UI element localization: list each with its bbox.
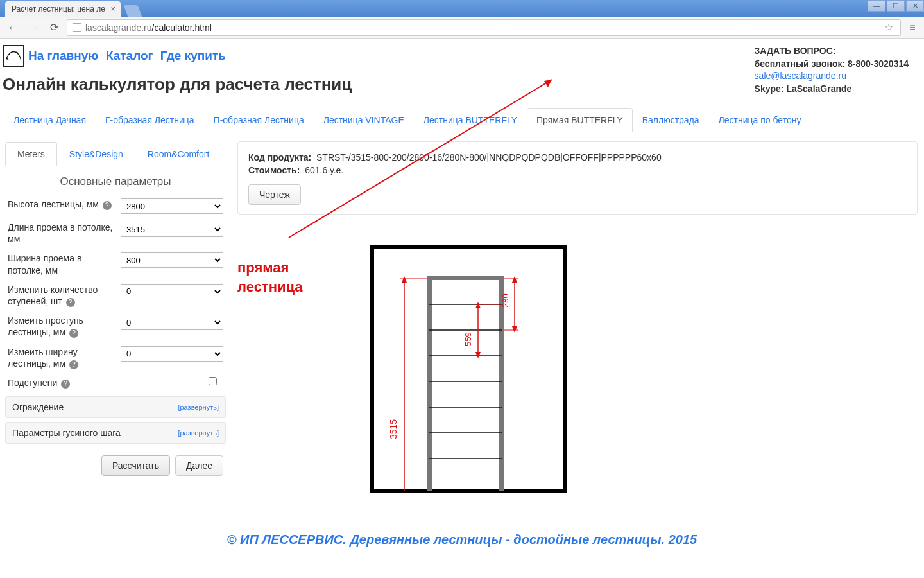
stair-drawing: 3515 559 280 <box>366 240 699 497</box>
tread-select[interactable]: 0 <box>121 315 223 330</box>
drawing-area: прямая лестница <box>237 221 918 491</box>
svg-marker-17 <box>475 302 481 308</box>
help-icon[interactable]: ? <box>61 380 70 389</box>
help-icon[interactable]: ? <box>69 360 78 369</box>
svg-marker-13 <box>402 276 407 283</box>
close-button[interactable]: ✕ <box>906 0 924 12</box>
address-bar[interactable]: lascalagrande.ru/calculator.html ☆ <box>67 19 901 36</box>
contact-email[interactable]: sale@lascalagrande.ru <box>755 71 846 81</box>
expand-link[interactable]: [развернуть] <box>178 429 219 437</box>
tab-concrete[interactable]: Лестница по бетону <box>709 108 811 132</box>
url-text: lascalagrande.ru/calculator.html <box>85 22 212 33</box>
expand-link[interactable]: [развернуть] <box>178 403 219 411</box>
svg-rect-4 <box>427 276 504 280</box>
help-icon[interactable]: ? <box>69 329 78 338</box>
reload-button[interactable]: ⟳ <box>46 20 62 35</box>
forward-button[interactable]: → <box>26 20 41 35</box>
steps-label: Изменить количество ступеней, шт ? <box>8 284 117 307</box>
maximize-button[interactable]: ☐ <box>887 0 905 12</box>
tread-label: Измеить проступь лестницы, мм ? <box>8 315 117 338</box>
bookmark-icon[interactable]: ☆ <box>882 21 895 34</box>
stair-width-label: Измеить ширину лестницы, мм ? <box>8 346 117 369</box>
svg-marker-24 <box>512 326 517 333</box>
logo[interactable] <box>3 45 24 67</box>
nav-home[interactable]: На главную <box>28 49 99 62</box>
new-tab-button[interactable] <box>124 5 142 17</box>
svg-line-28 <box>289 80 552 238</box>
riser-checkbox[interactable] <box>209 377 217 385</box>
riser-label: Подступени ? <box>8 377 117 389</box>
help-icon[interactable]: ? <box>66 298 75 307</box>
annotation-arrow <box>45 73 571 266</box>
annotation-line2: лестница <box>237 279 302 295</box>
svg-marker-23 <box>512 276 517 283</box>
svg-point-0 <box>9 54 10 55</box>
svg-rect-1 <box>372 247 565 491</box>
svg-text:559: 559 <box>463 332 473 346</box>
collapse-goose[interactable]: Параметры гусиного шага [развернуть] <box>5 422 226 444</box>
browser-tab[interactable]: Расчет лестницы: цена ле × <box>5 1 121 17</box>
calculate-button[interactable]: Рассчитать <box>101 455 170 476</box>
tab-close-icon[interactable]: × <box>110 4 116 13</box>
browser-toolbar: ← → ⟳ lascalagrande.ru/calculator.html ☆… <box>0 17 924 39</box>
steps-select[interactable]: 0 <box>121 284 223 299</box>
top-nav: На главную Каталог Где купить <box>28 49 230 63</box>
svg-text:280: 280 <box>501 293 510 308</box>
tab-balustrade[interactable]: Баллюстрада <box>633 108 709 132</box>
footer: © ИП ЛЕССЕРВИС. Деревянные лестницы - до… <box>0 532 924 547</box>
contact-block: ЗАДАТЬ ВОПРОС: бесплатный звонок: 8-800-… <box>755 45 915 95</box>
minimize-button[interactable]: — <box>868 0 886 12</box>
nav-catalog[interactable]: Каталог <box>106 49 153 62</box>
back-button[interactable]: ← <box>5 20 21 35</box>
page-icon <box>73 23 81 32</box>
stair-width-select[interactable]: 0 <box>121 346 223 362</box>
svg-text:3515: 3515 <box>388 419 398 439</box>
nav-where[interactable]: Где купить <box>160 49 226 62</box>
next-button[interactable]: Далее <box>175 455 223 476</box>
window-controls: — ☐ ✕ <box>866 0 924 13</box>
svg-marker-18 <box>475 352 481 358</box>
collapse-rail[interactable]: Ограждение [развернуть] <box>5 396 226 418</box>
chrome-menu-icon[interactable]: ≡ <box>906 21 919 34</box>
tab-title: Расчет лестницы: цена ле <box>12 4 105 13</box>
